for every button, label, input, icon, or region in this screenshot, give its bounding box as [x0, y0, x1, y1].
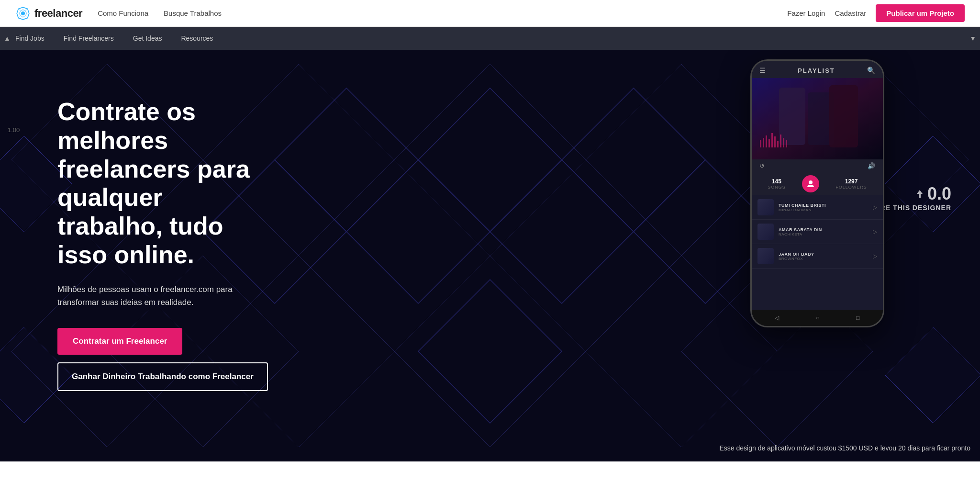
svg-rect-46 [780, 135, 781, 147]
logo-text: freelancer [34, 7, 82, 20]
hero-subtitle: Milhões de pessoas usam o freelancer.com… [57, 283, 258, 309]
song-thumb-2 [757, 248, 774, 264]
song-item-0: TUMI CHAILE BRISTI MINAR RAHMAN ▷ [752, 195, 883, 220]
ganhar-dinheiro-button[interactable]: Ganhar Dinheiro Trabalhando como Freelan… [57, 362, 268, 391]
phone-recents-icon: □ [856, 315, 859, 321]
nav-left: freelancer Como Funciona Busque Trabalho… [15, 6, 222, 21]
hero-buttons: Contratar um Freelancer Ganhar Dinheiro … [57, 328, 258, 391]
phone-controls: ↺ 🔊 [752, 159, 883, 172]
chevron-left-icon[interactable]: ▲ [4, 34, 11, 42]
song-info-1: AMAR SARATA DIN NACHIKETA [779, 227, 868, 236]
svg-rect-43 [771, 133, 773, 147]
song-title-2: JAAN OH BABY [779, 252, 868, 257]
svg-point-2 [21, 11, 25, 15]
svg-marker-50 [917, 190, 923, 198]
song-artist-2: BROWNFOX [779, 257, 868, 261]
songs-stat: 145 SONGS [768, 178, 786, 190]
svg-rect-42 [768, 139, 770, 147]
hero-content: Contrate os melhores freelancers para qu… [0, 59, 297, 420]
followers-count: 1297 [835, 178, 867, 185]
song-item-2: JAAN OH BABY BROWNFOX ▷ [752, 244, 883, 269]
phone-mockup: ☰ PLAYLIST 🔍 [750, 59, 884, 327]
nav-busque-trabalhos[interactable]: Busque Trabalhos [164, 9, 222, 17]
svg-rect-44 [774, 136, 776, 147]
svg-line-5 [25, 15, 28, 18]
svg-line-6 [18, 15, 21, 18]
secondary-nav-find-freelancers[interactable]: Find Freelancers [64, 34, 114, 42]
contratar-freelancer-button[interactable]: Contratar um Freelancer [57, 328, 182, 355]
song-thumb-0 [757, 199, 774, 215]
designer-rating: 0.0 [927, 184, 951, 204]
phone-back-icon: ◁ [775, 315, 779, 321]
logo[interactable]: freelancer [15, 6, 82, 21]
rating-up-icon [916, 189, 924, 199]
fazer-login-link[interactable]: Fazer Login [787, 9, 825, 17]
song-play-icon-2: ▷ [873, 253, 877, 259]
song-thumb-1 [757, 224, 774, 240]
phone-menu-icon: ☰ [759, 67, 766, 74]
phone-home-icon: ○ [816, 315, 819, 321]
secondary-nav-get-ideas[interactable]: Get Ideas [133, 34, 162, 42]
phone-profile-button [802, 175, 819, 192]
phone-playlist-title: PLAYLIST [798, 67, 835, 74]
song-artist-0: MINAR RAHMAN [779, 208, 868, 212]
phone-refresh-icon: ↺ [759, 162, 765, 169]
svg-rect-38 [829, 85, 858, 147]
publicar-projeto-button[interactable]: Publicar um Projeto [876, 4, 965, 22]
phone-profile-icon [806, 180, 815, 188]
song-title-0: TUMI CHAILE BRISTI [779, 203, 868, 208]
svg-rect-39 [760, 140, 761, 147]
phone-song-list: TUMI CHAILE BRISTI MINAR RAHMAN ▷ AMAR S… [752, 195, 883, 310]
songs-label: SONGS [768, 185, 786, 190]
hero-title: Contrate os melhores freelancers para qu… [57, 98, 258, 270]
song-info-2: JAAN OH BABY BROWNFOX [779, 252, 868, 261]
song-title-1: AMAR SARATA DIN [779, 227, 868, 232]
song-item-1: AMAR SARATA DIN NACHIKETA ▷ [752, 220, 883, 244]
secondary-nav-resources[interactable]: Resources [181, 34, 213, 42]
svg-rect-48 [786, 140, 787, 147]
phone-screen: ☰ PLAYLIST 🔍 [752, 61, 883, 326]
top-nav: freelancer Como Funciona Busque Trabalho… [0, 0, 980, 27]
secondary-nav-find-jobs[interactable]: Find Jobs [15, 34, 45, 42]
svg-rect-45 [777, 141, 779, 147]
svg-rect-41 [766, 135, 767, 147]
svg-rect-47 [783, 138, 784, 147]
designer-card: 0.0 HIRE THIS DESIGNER [873, 184, 951, 212]
chevron-right-icon[interactable]: ▼ [969, 34, 976, 42]
phone-stats-row: 145 SONGS 1297 FOLLOWERS [752, 172, 883, 195]
song-play-icon-0: ▷ [873, 204, 877, 211]
song-play-icon-1: ▷ [873, 228, 877, 235]
nav-right: Fazer Login Cadastrar Publicar um Projet… [787, 4, 965, 22]
phone-search-icon: 🔍 [867, 67, 875, 74]
cadastrar-link[interactable]: Cadastrar [835, 9, 866, 17]
hero-caption: Esse design de aplicativo móvel custou $… [719, 444, 970, 452]
phone-album-art [752, 78, 883, 159]
song-artist-1: NACHIKETA [779, 232, 868, 236]
nav-como-funciona[interactable]: Como Funciona [98, 9, 148, 17]
phone-volume-icon: 🔊 [868, 162, 875, 169]
designer-label: HIRE THIS DESIGNER [873, 204, 951, 212]
phone-top-bar: ☰ PLAYLIST 🔍 [752, 61, 883, 78]
freelancer-logo-icon [15, 6, 31, 21]
secondary-nav: ▲ Find Jobs Find Freelancers Get Ideas R… [0, 27, 980, 50]
svg-line-3 [18, 9, 21, 11]
svg-point-49 [809, 180, 813, 184]
followers-label: FOLLOWERS [835, 185, 867, 190]
followers-stat: 1297 FOLLOWERS [835, 178, 867, 190]
svg-rect-40 [763, 138, 764, 147]
song-info-0: TUMI CHAILE BRISTI MINAR RAHMAN [779, 203, 868, 212]
svg-rect-36 [779, 88, 805, 145]
svg-line-4 [25, 9, 28, 11]
songs-count: 145 [768, 178, 786, 185]
phone-nav-bar: ◁ ○ □ [752, 310, 883, 326]
hero-section: 1.00 Contrate os melhores freelancers pa… [0, 50, 980, 461]
